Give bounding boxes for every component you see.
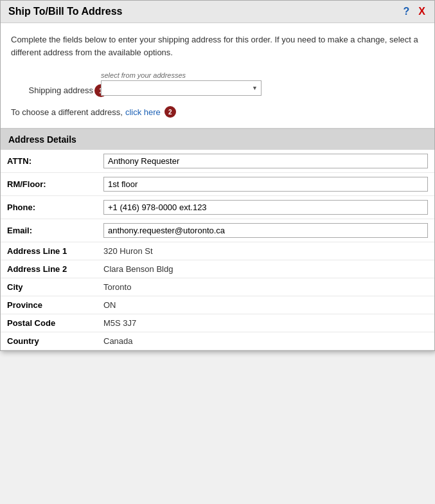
table-row: ATTN: [1, 150, 434, 173]
ship-bill-dialog: Ship To/Bill To Address ? X Complete the… [0, 0, 435, 351]
field-label: ATTN: [1, 150, 97, 173]
field-input[interactable] [103, 223, 428, 238]
close-button[interactable]: X [417, 6, 427, 17]
dialog-title: Ship To/Bill To Address [8, 6, 122, 17]
table-row: Postal CodeM5S 3J7 [1, 314, 434, 332]
field-value: Toronto [97, 278, 434, 296]
table-row: CityToronto [1, 278, 434, 296]
address-details-header: Address Details [1, 129, 434, 150]
intro-text: Complete the fields below to enter your … [11, 33, 424, 59]
badge-2: 2 [164, 106, 176, 118]
field-value[interactable] [97, 150, 434, 173]
field-label: Email: [1, 219, 97, 242]
field-value: Clara Benson Bldg [97, 260, 434, 278]
click-here-row: To choose a different address, click her… [11, 106, 424, 118]
field-label: Postal Code [1, 314, 97, 332]
field-label: RM/Floor: [1, 173, 97, 196]
header-actions: ? X [402, 6, 427, 17]
field-value: ON [97, 296, 434, 314]
field-label: Phone: [1, 196, 97, 219]
field-label: Province [1, 296, 97, 314]
help-button[interactable]: ? [402, 6, 411, 17]
dialog-header: Ship To/Bill To Address ? X [1, 1, 434, 23]
table-row: Address Line 2Clara Benson Bldg [1, 260, 434, 278]
field-label: Country [1, 332, 97, 350]
field-value: Canada [97, 332, 434, 350]
table-row: ProvinceON [1, 296, 434, 314]
table-row: Email: [1, 219, 434, 242]
field-value[interactable] [97, 196, 434, 219]
address-details-section: Address Details ATTN:RM/Floor:Phone:Emai… [1, 128, 434, 350]
address-table: ATTN:RM/Floor:Phone:Email:Address Line 1… [1, 150, 434, 350]
field-value: M5S 3J7 [97, 314, 434, 332]
field-label: Address Line 1 [1, 242, 97, 260]
shipping-select-container: 1 select from your addresses [101, 71, 262, 96]
shipping-address-label: Shipping address [11, 71, 101, 95]
table-row: RM/Floor: [1, 173, 434, 196]
click-here-prefix: To choose a different address, [11, 107, 123, 117]
field-value[interactable] [97, 173, 434, 196]
field-input[interactable] [103, 177, 428, 192]
select-wrapper [101, 80, 262, 96]
shipping-address-row: Shipping address 1 select from your addr… [11, 71, 424, 96]
field-value[interactable] [97, 219, 434, 242]
field-value: 320 Huron St [97, 242, 434, 260]
shipping-address-select[interactable] [101, 80, 262, 96]
field-label: City [1, 278, 97, 296]
table-row: Phone: [1, 196, 434, 219]
shipping-select-hint: select from your addresses [101, 71, 262, 79]
click-here-link[interactable]: click here [125, 107, 161, 117]
dialog-body: Complete the fields below to enter your … [1, 23, 434, 118]
table-row: Address Line 1320 Huron St [1, 242, 434, 260]
field-label: Address Line 2 [1, 260, 97, 278]
table-row: CountryCanada [1, 332, 434, 350]
field-input[interactable] [103, 200, 428, 215]
field-input[interactable] [103, 154, 428, 168]
